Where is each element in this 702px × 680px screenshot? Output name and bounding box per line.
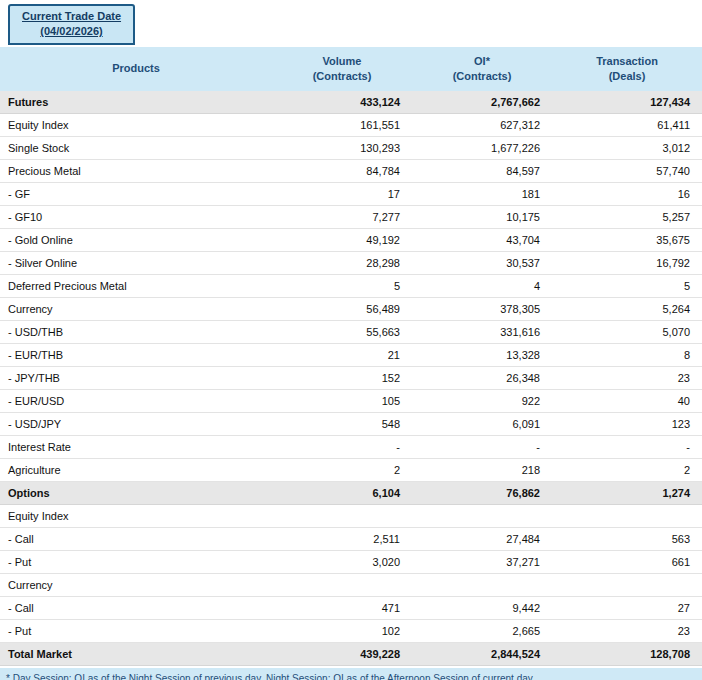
footnote: * Day Session: OI as of the Night Sessio…	[0, 668, 702, 680]
volume-cell: 130,293	[272, 137, 412, 160]
transaction-cell: 35,675	[552, 229, 702, 252]
table-row: - Call2,51127,484563	[0, 528, 702, 551]
oi-header-unit: (Contracts)	[416, 69, 548, 84]
transaction-cell: 16	[552, 183, 702, 206]
transaction-cell: 128,708	[552, 643, 702, 666]
column-header-transaction: Transaction (Deals)	[552, 47, 702, 92]
oi-cell: 181	[412, 183, 552, 206]
volume-cell: 2	[272, 459, 412, 482]
table-row: Single Stock130,2931,677,2263,012	[0, 137, 702, 160]
product-cell: Single Stock	[0, 137, 272, 160]
product-cell: - Gold Online	[0, 229, 272, 252]
transaction-cell: 8	[552, 344, 702, 367]
oi-cell: 13,328	[412, 344, 552, 367]
transaction-cell: 16,792	[552, 252, 702, 275]
product-cell: - EUR/THB	[0, 344, 272, 367]
transaction-cell: 3,012	[552, 137, 702, 160]
product-cell: - JPY/THB	[0, 367, 272, 390]
volume-cell	[272, 505, 412, 528]
product-cell: - GF	[0, 183, 272, 206]
transaction-cell	[552, 505, 702, 528]
oi-cell: 922	[412, 390, 552, 413]
product-cell: Deferred Precious Metal	[0, 275, 272, 298]
table-row: - USD/THB55,663331,6165,070	[0, 321, 702, 344]
header-row: Products Volume (Contracts) OI* (Contrac…	[0, 47, 702, 92]
table-row: - GF1718116	[0, 183, 702, 206]
transaction-cell: 127,434	[552, 91, 702, 114]
volume-cell: 6,104	[272, 482, 412, 505]
product-cell: Options	[0, 482, 272, 505]
product-cell: Equity Index	[0, 505, 272, 528]
transaction-cell: 661	[552, 551, 702, 574]
table-row: Deferred Precious Metal545	[0, 275, 702, 298]
oi-cell: 76,862	[412, 482, 552, 505]
volume-header-label: Volume	[276, 54, 408, 69]
section-row: Futures433,1242,767,662127,434	[0, 91, 702, 114]
oi-cell	[412, 574, 552, 597]
transaction-cell: 5,070	[552, 321, 702, 344]
product-cell: Currency	[0, 574, 272, 597]
volume-cell: 3,020	[272, 551, 412, 574]
product-cell: Currency	[0, 298, 272, 321]
oi-cell: 10,175	[412, 206, 552, 229]
oi-cell: 30,537	[412, 252, 552, 275]
volume-cell: 5	[272, 275, 412, 298]
oi-cell: -	[412, 436, 552, 459]
volume-cell: 161,551	[272, 114, 412, 137]
table-row: - USD/JPY5486,091123	[0, 413, 702, 436]
table-row: - JPY/THB15226,34823	[0, 367, 702, 390]
oi-cell: 218	[412, 459, 552, 482]
volume-cell: 7,277	[272, 206, 412, 229]
table-row: Precious Metal84,78484,59757,740	[0, 160, 702, 183]
volume-cell: 439,228	[272, 643, 412, 666]
tab-label-line2: (04/02/2026)	[22, 24, 121, 39]
volume-cell: 84,784	[272, 160, 412, 183]
table-row: - Silver Online28,29830,53716,792	[0, 252, 702, 275]
oi-cell: 37,271	[412, 551, 552, 574]
transaction-cell: 40	[552, 390, 702, 413]
product-cell: - Call	[0, 528, 272, 551]
volume-cell: 105	[272, 390, 412, 413]
transaction-cell: 1,274	[552, 482, 702, 505]
trade-summary-table: Products Volume (Contracts) OI* (Contrac…	[0, 47, 702, 667]
table-body: Futures433,1242,767,662127,434Equity Ind…	[0, 91, 702, 666]
transaction-cell: 5,264	[552, 298, 702, 321]
oi-cell: 27,484	[412, 528, 552, 551]
table-row: Agriculture22182	[0, 459, 702, 482]
table-row: Equity Index	[0, 505, 702, 528]
table-row: Interest Rate---	[0, 436, 702, 459]
table-row: Currency56,489378,3055,264	[0, 298, 702, 321]
volume-cell: 548	[272, 413, 412, 436]
section-row: Total Market439,2282,844,524128,708	[0, 643, 702, 666]
section-row: Options6,10476,8621,274	[0, 482, 702, 505]
table-row: - Call4719,44227	[0, 597, 702, 620]
volume-cell: 55,663	[272, 321, 412, 344]
product-cell: Precious Metal	[0, 160, 272, 183]
product-cell: - Silver Online	[0, 252, 272, 275]
current-trade-date-tab[interactable]: Current Trade Date (04/02/2026)	[8, 4, 135, 45]
transaction-cell: 123	[552, 413, 702, 436]
volume-cell	[272, 574, 412, 597]
transaction-cell: 2	[552, 459, 702, 482]
transaction-cell: 23	[552, 367, 702, 390]
column-header-products: Products	[0, 47, 272, 92]
transaction-cell: 61,411	[552, 114, 702, 137]
table-row: Equity Index161,551627,31261,411	[0, 114, 702, 137]
product-cell: Futures	[0, 91, 272, 114]
column-header-volume: Volume (Contracts)	[272, 47, 412, 92]
transaction-header-unit: (Deals)	[556, 69, 698, 84]
product-cell: - USD/JPY	[0, 413, 272, 436]
table-row: - EUR/USD10592240	[0, 390, 702, 413]
oi-cell: 43,704	[412, 229, 552, 252]
oi-cell: 2,665	[412, 620, 552, 643]
product-cell: Equity Index	[0, 114, 272, 137]
transaction-cell: 5	[552, 275, 702, 298]
table-row: - Put1022,66523	[0, 620, 702, 643]
transaction-cell: 23	[552, 620, 702, 643]
column-header-oi: OI* (Contracts)	[412, 47, 552, 92]
transaction-cell: -	[552, 436, 702, 459]
transaction-header-label: Transaction	[556, 54, 698, 69]
transaction-cell: 27	[552, 597, 702, 620]
product-cell: Agriculture	[0, 459, 272, 482]
table-row: - Put3,02037,271661	[0, 551, 702, 574]
